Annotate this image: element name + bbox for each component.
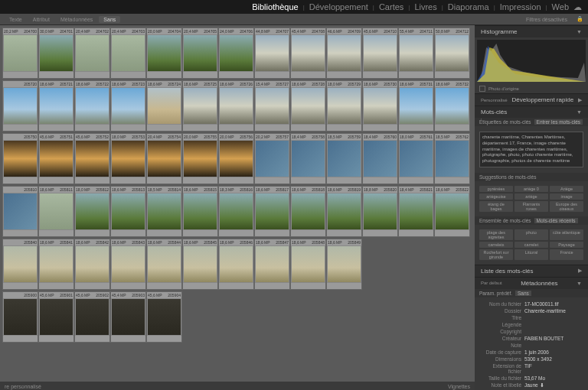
metadata-value[interactable]: 53,67 Mo [521, 375, 583, 381]
thumbnail[interactable]: 45,6 MP205902 [74, 291, 110, 343]
thumbnail[interactable]: 18,6 MP205723 [110, 80, 146, 132]
thumbnail[interactable]: 18,6 MP205732 [434, 80, 470, 132]
thumbnail[interactable]: 18,6 MP205722 [74, 80, 110, 132]
keyword-tag[interactable]: image [550, 193, 583, 200]
thumbnail[interactable]: 18,0 MP205729 [326, 80, 362, 132]
metadata-value[interactable]: Jaune ⬇ [521, 382, 583, 388]
thumbnail[interactable]: 18,4 MP205758 [290, 133, 326, 184]
keyword-tag[interactable]: plage des aigrettes [479, 229, 513, 240]
module-web[interactable]: Web [552, 2, 569, 11]
thumbnail[interactable]: 18,6 MP205815 [182, 186, 218, 237]
thumbnail[interactable]: 18,6 MP205841 [38, 239, 74, 290]
keyword-tag[interactable]: Ariège [550, 186, 583, 192]
thumbnail[interactable]: 18,6 MP205721 [38, 80, 74, 132]
thumbnail[interactable]: 20,0 MP205756 [218, 133, 254, 184]
thumbnail[interactable]: 45,4 MP204708 [290, 28, 326, 79]
keyword-tag[interactable]: côte atlantique [550, 229, 583, 240]
metadata-value[interactable]: Charente-maritime [521, 308, 583, 314]
thumbnail[interactable]: 20,4 MP205754 [146, 133, 182, 184]
thumbnail[interactable]: 18,6 MP205731 [398, 80, 434, 132]
panel-histogram-header[interactable]: Histogramme▼ [475, 25, 588, 37]
thumbnail[interactable]: 18,6 MP205818 [290, 186, 326, 237]
metadata-value[interactable]: 5300 x 3492 [521, 356, 583, 362]
module-livres[interactable]: Livres [414, 2, 436, 11]
thumbsize-label[interactable]: Vignettes [448, 384, 470, 389]
origin-checkbox[interactable] [479, 86, 485, 92]
thumbnail[interactable]: 18,6 MP205817 [254, 186, 290, 237]
keyword-tag[interactable]: Rochefort sur gironde [479, 249, 513, 260]
thumbnail[interactable]: 18,6 MP205845 [182, 239, 218, 290]
thumbnail[interactable]: 50,8 MP204712 [434, 28, 470, 79]
keyword-tag[interactable]: ariège 0 [514, 186, 548, 192]
thumbnail[interactable]: 45,6 MP204710 [362, 28, 398, 79]
thumbnail[interactable]: 205900 [2, 291, 38, 343]
thumbnail[interactable]: 18,6 MP205728 [290, 80, 326, 132]
module-développement[interactable]: Développement [309, 2, 368, 11]
thumbnail[interactable]: 45,6 MP205751 [38, 133, 74, 184]
keyword-tag[interactable]: Europe des oiseaux [550, 201, 583, 212]
panel-keywords-header[interactable]: Mots-clés▼ [475, 106, 588, 118]
keyword-tag[interactable]: Littoral [514, 249, 548, 260]
thumbnail[interactable]: 44,8 MP204707 [254, 28, 290, 79]
meta-preset-dropdown[interactable]: Sans [515, 291, 531, 296]
module-cartes[interactable]: Cartes [379, 2, 403, 11]
thumbnail[interactable]: 205840 [2, 239, 38, 290]
thumbnail[interactable]: 45,4 MP205903 [110, 291, 146, 343]
thumbnail[interactable]: 18,6 MP205844 [146, 239, 182, 290]
metadata-value[interactable]: 17-MC00011.tif [521, 301, 583, 307]
keyword-tag[interactable]: ariège [514, 193, 548, 200]
thumbnail[interactable]: 18,4 MP205821 [398, 186, 434, 237]
thumbnail[interactable]: 15,4 MP205727 [254, 80, 290, 132]
thumbnail[interactable]: 20,4 MP204702 [74, 28, 110, 79]
thumbnail[interactable]: 55,4 MP204711 [398, 28, 434, 79]
panel-kwlist-header[interactable]: Liste des mots-clés▶ [475, 265, 588, 277]
thumbnail[interactable]: 18,0 MP205753 [110, 133, 146, 184]
thumbnail[interactable]: 46,6 MP204709 [326, 28, 362, 79]
keyword-textarea[interactable]: charente maritime, Charentes Maritimes, … [479, 132, 583, 167]
keyword-tag[interactable]: étang de bages [479, 201, 513, 212]
thumbnail[interactable]: 18,6 MP205849 [326, 239, 362, 290]
thumbnail[interactable]: 20,4 MP204703 [110, 28, 146, 79]
thumbnail[interactable]: 18,6 MP205842 [74, 239, 110, 290]
thumbnail[interactable]: 18,6 MP205822 [434, 186, 470, 237]
thumbnail[interactable]: 205810 [2, 186, 38, 237]
cloud-icon[interactable]: ☁ [573, 2, 582, 12]
thumbnail[interactable]: 18,6 MP205730 [362, 80, 398, 132]
thumbnail[interactable]: 18,8 MP205820 [362, 186, 398, 237]
thumbnail[interactable]: 18,6 MP205847 [254, 239, 290, 290]
keyword-tag[interactable]: carrelet [514, 242, 548, 248]
metadata-value[interactable] [521, 315, 583, 320]
thumbnail[interactable]: 20,0 MP204704 [146, 28, 182, 79]
thumbnail[interactable]: 18,6 MP205843 [110, 239, 146, 290]
thumbnail[interactable]: 18,5 MP205814 [146, 186, 182, 237]
keyword-tag[interactable]: carrelets [479, 242, 513, 248]
thumbnail[interactable]: 20,2 MP205757 [254, 133, 290, 184]
keyword-tag[interactable]: pyrénées [479, 186, 513, 192]
metadata-value[interactable]: TIF [521, 363, 583, 374]
metadata-value[interactable]: FABIEN BOUTET [521, 336, 583, 341]
thumbnail[interactable]: 18,6 MP205813 [110, 186, 146, 237]
filter-state[interactable]: Filtres désactivés [521, 16, 572, 23]
thumbnail[interactable]: 24,0 MP204706 [218, 28, 254, 79]
thumbnail[interactable]: 205750 [2, 133, 38, 184]
thumbnail[interactable]: 18,3 MP205816 [218, 186, 254, 237]
metadata-value[interactable] [521, 329, 583, 334]
kwset-dropdown[interactable]: Mots-clés récents [534, 218, 578, 223]
keyword-tag[interactable]: Flamants roses [514, 201, 548, 212]
thumbnail[interactable]: 45,6 MP205904 [146, 291, 182, 343]
thumbnail[interactable]: 18,6 MP205819 [326, 186, 362, 237]
thumbnail[interactable]: 205720 [2, 80, 38, 132]
kw-mode-dropdown[interactable]: Entrer les mots-clés [534, 119, 583, 125]
module-diaporama[interactable]: Diaporama [448, 2, 489, 11]
keyword-tag[interactable]: ariègeoise [479, 193, 513, 200]
thumbnail[interactable]: 18,6 MP205848 [290, 239, 326, 290]
thumbnail[interactable]: 18,0 MP205812 [74, 186, 110, 237]
filter-tab-attribut[interactable]: Attribut [28, 16, 54, 23]
thumbnail[interactable]: 20,0 MP205755 [182, 133, 218, 184]
thumbnail[interactable]: 18,6 MP205726 [218, 80, 254, 132]
filter-tab-texte[interactable]: Texte [5, 16, 27, 23]
keyword-tag[interactable]: France [550, 249, 583, 260]
thumbnail[interactable]: 18,5 MP205759 [326, 133, 362, 184]
metadata-value[interactable] [521, 322, 583, 327]
thumbnail[interactable]: 18,6 MP205724 [146, 80, 182, 132]
